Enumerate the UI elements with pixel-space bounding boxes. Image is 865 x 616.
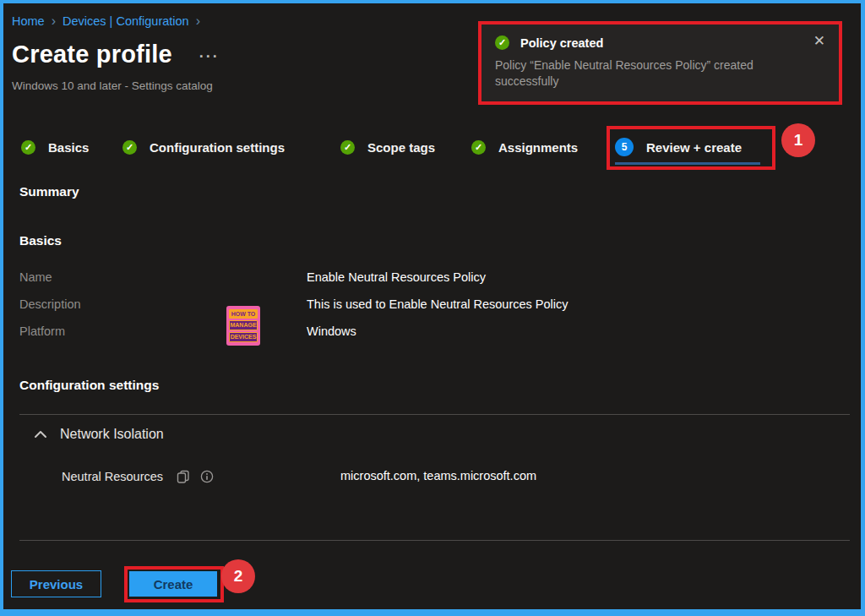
info-icon[interactable]	[200, 470, 214, 483]
tab-label: Configuration settings	[150, 140, 285, 155]
annotation-box-toast: ✓ Policy created ✕ Policy “Enable Neutra…	[478, 21, 842, 105]
create-profile-page: Home › Devices | Configuration › Create …	[3, 3, 861, 609]
tab-label: Basics	[48, 140, 89, 155]
basics-row-value: This is used to Enable Neutral Resources…	[307, 297, 568, 311]
basics-row-label: Description	[19, 297, 81, 311]
breadcrumb-devices-configuration-link[interactable]: Devices | Configuration	[63, 14, 189, 28]
copy-icon[interactable]	[177, 470, 190, 483]
screenshot-frame: Home › Devices | Configuration › Create …	[0, 0, 865, 616]
group-network-isolation[interactable]: Network Isolation	[34, 424, 164, 444]
toast-title: Policy created	[520, 36, 603, 50]
annotation-badge-1: 1	[781, 123, 815, 157]
tab-basics[interactable]: ✓ Basics	[21, 135, 89, 159]
watermark-text: MANAGE	[229, 320, 258, 330]
title-row: Create profile ···	[12, 41, 220, 68]
success-check-icon: ✓	[495, 35, 509, 50]
tab-label: Scope tags	[367, 140, 435, 155]
tab-label: Assignments	[498, 140, 578, 155]
previous-button[interactable]: Previous	[11, 570, 101, 597]
tab-assignments[interactable]: ✓ Assignments	[471, 135, 578, 159]
active-tab-underline	[615, 162, 760, 165]
chevron-up-icon[interactable]	[34, 430, 47, 439]
page-title: Create profile	[12, 41, 172, 68]
close-icon[interactable]: ✕	[813, 34, 825, 48]
basics-heading: Basics	[19, 233, 62, 248]
tab-scope-tags[interactable]: ✓ Scope tags	[340, 135, 435, 159]
howtomanagedevices-watermark-logo: HOW TO MANAGE DEVICES	[226, 306, 260, 346]
watermark-text: DEVICES	[229, 332, 258, 342]
setting-row-neutral-resources: Neutral Resources	[62, 467, 214, 486]
summary-heading: Summary	[19, 184, 79, 199]
breadcrumb-chevron-icon: ›	[196, 15, 200, 27]
page-subtitle: Windows 10 and later - Settings catalog	[12, 79, 213, 92]
step-number-icon: 5	[615, 138, 634, 156]
basics-row-value: Windows	[307, 324, 356, 338]
tab-review-create[interactable]: 5 Review + create	[615, 135, 742, 159]
breadcrumb-chevron-icon: ›	[52, 15, 56, 27]
more-options-icon[interactable]: ···	[199, 49, 220, 61]
step-complete-check-icon: ✓	[122, 140, 137, 155]
setting-label: Neutral Resources	[62, 470, 163, 483]
group-label: Network Isolation	[60, 427, 164, 442]
annotation-badge-2: 2	[221, 559, 255, 593]
footer-divider	[19, 540, 850, 541]
basics-row-value: Enable Neutral Resources Policy	[307, 270, 486, 284]
watermark-text: HOW TO	[229, 309, 258, 319]
breadcrumb: Home › Devices | Configuration ›	[12, 14, 200, 28]
step-complete-check-icon: ✓	[340, 140, 355, 155]
section-divider	[19, 414, 850, 415]
setting-value: microsoft.com, teams.microsoft.com	[340, 469, 536, 482]
step-complete-check-icon: ✓	[21, 140, 35, 155]
basics-row-label: Platform	[19, 324, 65, 338]
step-complete-check-icon: ✓	[471, 140, 486, 155]
breadcrumb-home-link[interactable]: Home	[12, 14, 45, 28]
toast-header: ✓ Policy created	[495, 35, 825, 50]
configuration-settings-heading: Configuration settings	[19, 378, 159, 393]
tab-configuration-settings[interactable]: ✓ Configuration settings	[122, 135, 285, 159]
basics-row-label: Name	[19, 270, 52, 284]
toast-message: Policy “Enable Neutral Resources Policy”…	[495, 57, 799, 90]
toast-policy-created: ✓ Policy created ✕ Policy “Enable Neutra…	[481, 25, 839, 101]
tab-label: Review + create	[646, 140, 742, 155]
create-button[interactable]: Create	[129, 571, 217, 597]
